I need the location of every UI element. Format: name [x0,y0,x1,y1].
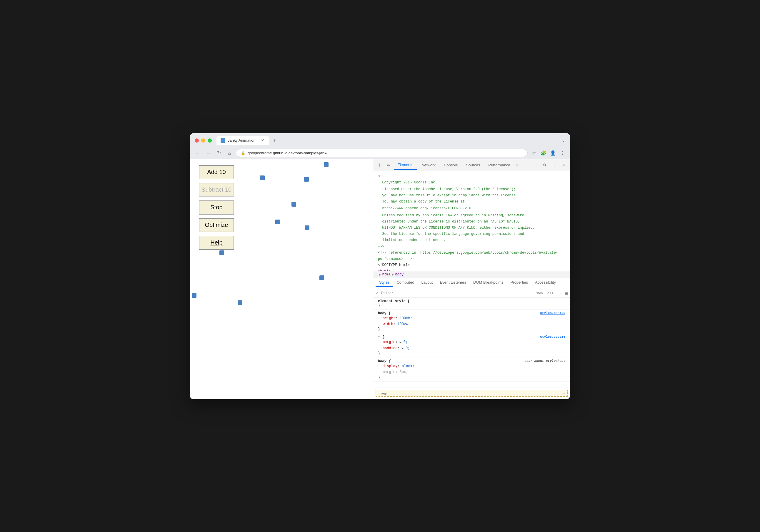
address-bar[interactable]: 🔒 googlechrome.github.io/devtools-sample… [236,149,528,157]
avatar-icon: 👤 [550,150,556,156]
extensions-button[interactable]: 🧩 [540,149,547,157]
tab-sources[interactable]: Sources [463,160,484,170]
code-line: You may obtain a copy of the License at [373,199,570,205]
devtools-settings-icon[interactable]: ⚙ [541,161,549,169]
lock-icon: 🔒 [241,151,245,155]
reload-button[interactable]: ↻ [215,149,223,157]
filter-icons: :hov .cls + ▭ ▣ [535,291,568,296]
css-origin-link[interactable]: styles.css:15 [540,335,565,338]
animated-square [319,275,324,280]
forward-icon: → [206,151,211,156]
devtools-device-icon[interactable]: ▭ [384,161,393,169]
css-selector: body { styles.css:20 [378,311,565,315]
code-line: <!-- referenced in: https://developers.g… [373,250,570,256]
styles-panel: ⊿ :hov .cls + ▭ ▣ element.style { } [373,287,570,387]
code-line: performance/ --> [373,256,570,262]
breadcrumb-ellipsis: … [376,273,378,277]
home-icon: ⌂ [228,151,231,156]
devtools-panel: ⊹ ▭ Elements Network Console Sources Per… [373,159,570,399]
new-tab-button[interactable]: + [270,136,279,145]
optimize-button[interactable]: Optimize [199,218,234,232]
new-style-rule-icon[interactable]: ▭ [561,291,563,296]
cls-filter-button[interactable]: .cls [545,291,553,295]
devtools-toolbar-icons: ⚙ ⋮ ✕ [541,161,568,169]
subtract-button[interactable]: Subtract 10 [199,183,234,197]
animated-square [305,225,309,230]
css-block-element-style: element.style { } [373,297,570,309]
animated-square [192,293,197,298]
bottom-tab-dom-breakpoints[interactable]: DOM Breakpoints [470,278,507,287]
code-line: limitations under the License. [373,237,570,244]
menu-icon: ⋮ [560,150,565,156]
avatar-button[interactable]: 👤 [549,149,557,157]
css-selector: element.style { [378,299,565,303]
animated-square [324,162,329,167]
devtools-icon-group: ⊹ ▭ [376,161,393,169]
box-model-container: margin – [376,390,568,397]
help-button[interactable]: Help [199,236,234,250]
css-origin-user-agent: user agent stylesheet [524,359,565,363]
css-closing-brace: } [378,375,565,379]
bookmark-icon: ☆ [532,150,536,156]
devtools-dots-icon[interactable]: ⋮ [550,161,558,169]
code-line: --> [373,244,570,250]
breadcrumb-separator: ▶ [379,273,381,277]
reload-icon: ↻ [217,150,221,156]
maximize-button[interactable]: ⌄ [562,138,565,143]
tab-performance[interactable]: Performance [485,160,513,170]
css-block-universal: * { styles.css:15 margin: ▶ 0; padding: … [373,333,570,357]
bottom-tab-layout[interactable]: Layout [418,278,436,287]
css-block-user-agent: body { user agent stylesheet display: bl… [373,357,570,381]
tab-elements[interactable]: Elements [394,160,417,170]
bottom-tab-properties[interactable]: Properties [507,278,532,287]
animated-square [219,250,224,255]
code-line: Licensed under the Apache License, Versi… [373,186,570,193]
back-button[interactable]: ← [194,149,202,157]
breadcrumb-html[interactable]: html [382,273,391,277]
bottom-tabs: Styles Computed Layout Event Listeners D… [373,278,570,287]
minimize-traffic-light[interactable] [201,138,205,143]
animated-square [292,202,296,207]
stop-button[interactable]: Stop [199,200,234,215]
tab-console[interactable]: Console [440,160,461,170]
inspect-css-icon[interactable]: ▣ [565,291,568,296]
tab-close-button[interactable]: × [260,138,265,143]
nav-bar: ← → ↻ ⌂ 🔒 googlechrome.github.io/devtool… [190,147,570,159]
breadcrumb-body[interactable]: body [395,273,404,277]
close-traffic-light[interactable] [195,138,199,143]
code-line: you may not use this file except in comp… [373,193,570,199]
browser-tab[interactable]: Janky Animation × [216,136,269,145]
hov-filter-button[interactable]: :hov [535,291,543,295]
devtools-close-icon[interactable]: ✕ [559,161,568,169]
bottom-tab-accessibility[interactable]: Accessibility [532,278,559,287]
nav-actions: ☆ 🧩 👤 ⋮ [530,149,566,157]
browser-window: Janky Animation × + ⌄ ← → ↻ ⌂ 🔒 googlech… [190,133,570,399]
bottom-tab-computed[interactable]: Computed [393,278,418,287]
bottom-tab-event-listeners[interactable]: Event Listeners [436,278,470,287]
filter-icon: ⊿ [376,291,379,295]
menu-button[interactable]: ⋮ [558,149,566,157]
maximize-traffic-light[interactable] [208,138,212,143]
tab-network[interactable]: Network [418,160,439,170]
home-button[interactable]: ⌂ [225,149,234,157]
styles-filter-input[interactable] [381,291,533,295]
code-line: WITHOUT WARRANTIES OR CONDITIONS OF ANY … [373,225,570,231]
add-style-icon[interactable]: + [555,291,558,296]
url-text: googlechrome.github.io/devtools-samples/… [248,151,523,155]
tab-more[interactable]: » [515,160,519,170]
add-button[interactable]: Add 10 [199,165,234,179]
main-content: Add 10 Subtract 10 Stop Optimize Help [190,159,570,399]
devtools-cursor-icon[interactable]: ⊹ [376,161,384,169]
code-line: Copyright 2016 Google Inc. [373,180,570,186]
code-area[interactable]: <!-- Copyright 2016 Google Inc. Licensed… [373,171,570,271]
css-origin-link[interactable]: styles.css:20 [540,311,565,315]
code-line: http://www.apache.org/licenses/LICENSE-2… [373,205,570,212]
code-line: <!-- [373,173,570,180]
forward-button[interactable]: → [204,149,213,157]
box-model-dash: – [563,391,565,395]
bottom-tab-styles[interactable]: Styles [376,278,393,287]
css-closing-brace: } [378,351,565,355]
controls-panel: Add 10 Subtract 10 Stop Optimize Help [199,165,234,250]
traffic-lights [195,138,212,143]
bookmark-button[interactable]: ☆ [530,149,538,157]
